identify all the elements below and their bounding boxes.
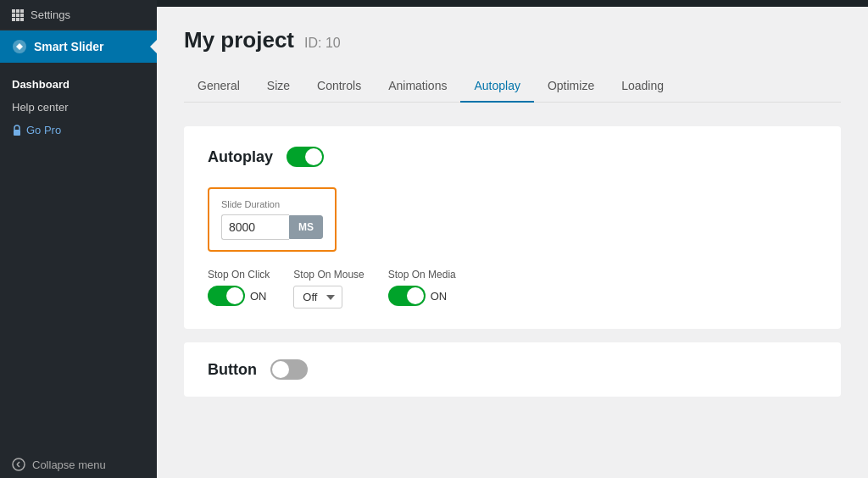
help-label: Help center bbox=[12, 101, 68, 114]
sidebar-item-dashboard[interactable]: Dashboard bbox=[0, 73, 157, 96]
project-id: ID: 10 bbox=[304, 36, 341, 51]
stop-on-mouse-label: Stop On Mouse bbox=[293, 269, 364, 281]
tab-size[interactable]: Size bbox=[253, 70, 303, 103]
tab-loading[interactable]: Loading bbox=[608, 70, 677, 103]
stop-on-mouse-select[interactable]: Off On bbox=[293, 286, 342, 308]
button-label: Button bbox=[208, 361, 257, 379]
stop-on-mouse-control: Stop On Mouse Off On bbox=[293, 269, 364, 308]
stop-controls: Stop On Click ON Stop On Mouse Off On St… bbox=[208, 269, 817, 308]
collapse-label: Collapse menu bbox=[32, 459, 106, 471]
slide-duration-unit: MS bbox=[289, 215, 323, 239]
top-bar bbox=[157, 0, 868, 7]
stop-on-click-toggle-row: ON bbox=[208, 286, 267, 306]
tab-controls[interactable]: Controls bbox=[303, 70, 375, 103]
sidebar-nav: Dashboard Help center Go Pro bbox=[0, 63, 157, 152]
collapse-icon bbox=[12, 458, 25, 471]
gopro-label: Go Pro bbox=[26, 124, 61, 136]
autoplay-section: Autoplay Slide Duration MS Stop On Click… bbox=[184, 126, 841, 329]
project-name: My project bbox=[184, 27, 294, 53]
slide-duration-wrapper: Slide Duration MS bbox=[208, 187, 337, 252]
stop-on-media-toggle[interactable] bbox=[388, 286, 426, 306]
main-content: My project ID: 10 General Size Controls … bbox=[157, 0, 868, 478]
slide-duration-input-row: MS bbox=[221, 214, 323, 240]
svg-point-2 bbox=[13, 459, 25, 470]
brand-label: Smart Slider bbox=[34, 40, 103, 53]
button-header: Button bbox=[208, 359, 817, 380]
stop-on-click-state: ON bbox=[250, 290, 267, 303]
tab-animations[interactable]: Animations bbox=[375, 70, 460, 103]
stop-on-click-control: Stop On Click ON bbox=[208, 269, 270, 306]
stop-on-click-label: Stop On Click bbox=[208, 269, 270, 281]
stop-on-media-toggle-row: ON bbox=[388, 286, 448, 306]
tab-autoplay[interactable]: Autoplay bbox=[460, 70, 533, 103]
button-section: Button bbox=[184, 342, 841, 397]
settings-label: Settings bbox=[31, 8, 70, 21]
autoplay-toggle[interactable] bbox=[287, 147, 324, 167]
content-area: My project ID: 10 General Size Controls … bbox=[157, 7, 868, 478]
smart-slider-icon bbox=[12, 39, 27, 54]
slide-duration-input[interactable] bbox=[221, 214, 289, 240]
stop-on-media-label: Stop On Media bbox=[388, 269, 456, 281]
sidebar-item-help[interactable]: Help center bbox=[0, 96, 157, 119]
button-toggle[interactable] bbox=[270, 359, 308, 380]
stop-on-media-state: ON bbox=[431, 290, 448, 303]
lock-icon bbox=[12, 125, 22, 136]
sidebar-settings[interactable]: Settings bbox=[0, 0, 157, 31]
tab-bar: General Size Controls Animations Autopla… bbox=[184, 70, 841, 103]
sidebar-brand[interactable]: Smart Slider bbox=[0, 31, 157, 63]
sidebar: Settings Smart Slider Dashboard Help cen… bbox=[0, 0, 157, 478]
settings-grid-icon bbox=[12, 9, 24, 21]
project-title-row: My project ID: 10 bbox=[184, 27, 841, 53]
svg-rect-1 bbox=[14, 130, 20, 136]
dashboard-label: Dashboard bbox=[12, 78, 70, 91]
autoplay-header: Autoplay bbox=[208, 147, 817, 167]
collapse-menu-button[interactable]: Collapse menu bbox=[0, 451, 157, 478]
stop-on-click-toggle[interactable] bbox=[208, 286, 245, 306]
slide-duration-label: Slide Duration bbox=[221, 199, 323, 209]
tab-general[interactable]: General bbox=[184, 70, 253, 103]
stop-on-media-control: Stop On Media ON bbox=[388, 269, 456, 306]
tab-optimize[interactable]: Optimize bbox=[534, 70, 608, 103]
sidebar-item-gopro[interactable]: Go Pro bbox=[0, 119, 157, 142]
autoplay-label: Autoplay bbox=[208, 148, 273, 166]
